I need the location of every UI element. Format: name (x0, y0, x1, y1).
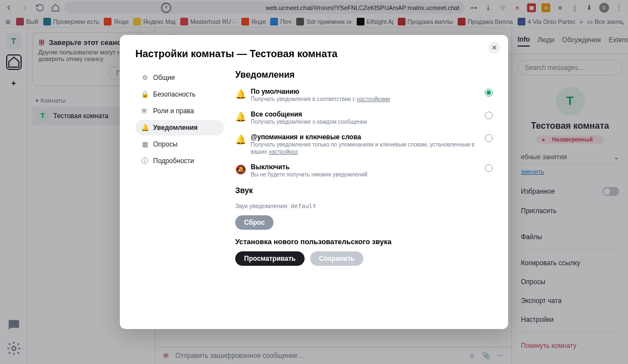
option-title: По умолчанию (251, 88, 479, 95)
room-settings-modal: ✕ Настройки комнаты — Тестовая комната ⚙… (120, 35, 508, 329)
radio-off[interactable] (485, 164, 493, 172)
modal-overlay[interactable]: ✕ Настройки комнаты — Тестовая комната ⚙… (0, 0, 628, 364)
option-desc: Получать уведомления только по упоминани… (251, 141, 479, 155)
radio-default[interactable] (485, 89, 493, 97)
bell-icon: 🔔 (235, 89, 245, 99)
notif-option-mentions[interactable]: 🔔 @упоминания и ключевые слова Получать … (235, 133, 493, 155)
radio-mentions[interactable] (485, 134, 493, 142)
nav-details[interactable]: ⓘПодробности (135, 153, 224, 169)
bell-ring-icon: 🔔 (235, 112, 245, 122)
sound-heading: Звук (235, 186, 493, 195)
custom-sound-heading: Установка нового пользовательского звука (235, 237, 493, 246)
browse-button[interactable]: Просматривать (235, 251, 305, 266)
option-desc: Получать уведомление о каждом сообщении (251, 118, 479, 125)
modal-nav: ⚙Общие 🔒Безопасность ⛨Роли и права 🔔Увед… (135, 70, 224, 316)
notifications-heading: Уведомления (235, 70, 493, 80)
notif-option-default[interactable]: 🔔 По умолчанию Получать уведомления в со… (235, 88, 493, 103)
bell-off-icon: 🔕 (235, 164, 245, 175)
notif-option-off[interactable]: 🔕 Выключить Вы не будете получать никаки… (235, 163, 493, 178)
nav-roles[interactable]: ⛨Роли и права (135, 103, 224, 119)
save-button[interactable]: Сохранить (310, 251, 363, 266)
settings-link[interactable]: настройками (357, 96, 390, 102)
nav-notifications[interactable]: 🔔Уведомления (135, 120, 224, 135)
lock-icon: 🔒 (141, 90, 149, 98)
modal-title: Настройки комнаты — Тестовая комната (135, 48, 493, 60)
gear-icon: ⚙ (141, 74, 149, 82)
notif-option-all[interactable]: 🔔 Все сообщения Получать уведомление о к… (235, 110, 493, 125)
nav-polls[interactable]: ▦Опросы (135, 136, 224, 152)
nav-security[interactable]: 🔒Безопасность (135, 87, 224, 102)
modal-content: Уведомления 🔔 По умолчанию Получать увед… (224, 70, 493, 316)
option-title: Все сообщения (251, 110, 479, 118)
option-title: Выключить (251, 163, 479, 171)
option-desc: Вы не будете получать никаких уведомлени… (251, 171, 479, 178)
bell-icon: 🔔 (141, 124, 149, 132)
nav-general[interactable]: ⚙Общие (135, 70, 224, 85)
option-desc: Получать уведомления в соответствии с на… (251, 95, 479, 103)
poll-icon: ▦ (141, 140, 149, 148)
option-title: @упоминания и ключевые слова (251, 133, 479, 141)
info-icon: ⓘ (141, 157, 149, 165)
shield-icon: ⛨ (141, 107, 149, 115)
settings-link[interactable]: настройках (269, 149, 298, 155)
bell-dot-icon: 🔔 (235, 134, 245, 145)
reset-button[interactable]: Сброс (235, 215, 274, 230)
sound-label: Звук уведомления: default (235, 203, 493, 210)
radio-all[interactable] (485, 112, 493, 119)
close-icon[interactable]: ✕ (488, 42, 500, 54)
